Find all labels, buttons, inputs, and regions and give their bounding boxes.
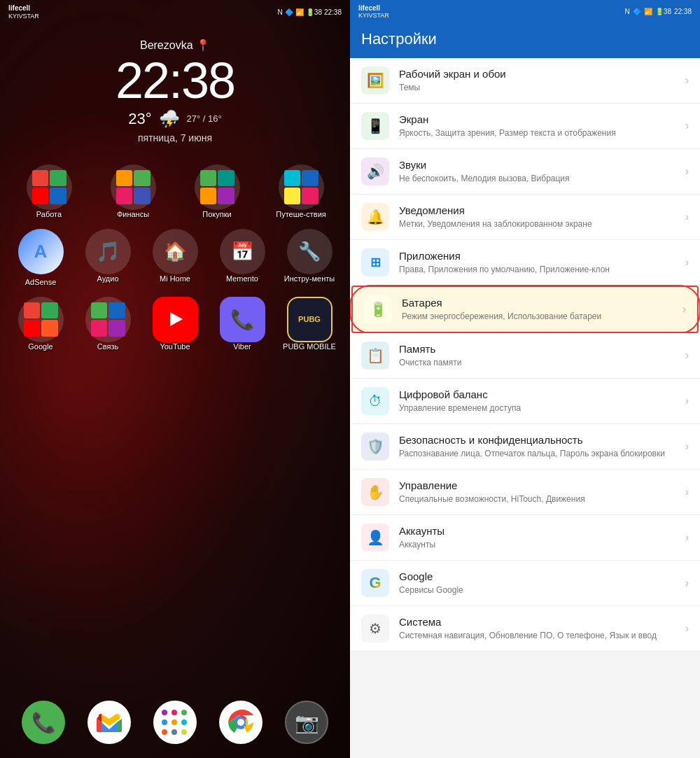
folder-finansy[interactable]: Финансы: [104, 164, 163, 218]
mini-blue-icon: [50, 188, 66, 204]
dock-chrome[interactable]: [219, 701, 262, 744]
mihome-icon: 🏠: [153, 229, 198, 274]
camera-icon: 📷: [285, 701, 328, 744]
apps-grid-icon: [153, 701, 197, 744]
location: Berezovka 📍: [0, 38, 350, 52]
google-mini4: [41, 320, 58, 337]
memory-text: Память Очистка памяти: [399, 342, 680, 368]
app-svyaz[interactable]: Связь: [78, 297, 138, 351]
settings-item-sounds[interactable]: 🔊 Звуки Не беспокоить, Мелодия вызова, В…: [350, 149, 700, 195]
google-chevron: ›: [685, 577, 689, 589]
svyaz-label: Связь: [97, 342, 118, 351]
management-title: Управление: [399, 479, 680, 493]
right-bluetooth-icon: 🔷: [633, 8, 641, 15]
svyaz-folder-icon: [85, 297, 131, 342]
folder-icon-pokupki: [195, 164, 240, 210]
dock-gmail[interactable]: [88, 701, 131, 744]
app-memento[interactable]: 📅 Memento: [213, 229, 272, 286]
screen-chevron: ›: [685, 120, 689, 132]
youtube-play-icon: [170, 312, 183, 326]
app-google[interactable]: Google: [11, 297, 71, 351]
google-subtitle: Сервисы Google: [399, 585, 680, 596]
settings-item-screen[interactable]: 📱 Экран Яркость, Защита зрения, Размер т…: [350, 104, 700, 149]
app-youtube[interactable]: YouTube: [146, 297, 205, 351]
settings-item-memory[interactable]: 📋 Память Очистка памяти ›: [350, 333, 700, 379]
settings-item-wallpaper[interactable]: 🖼️ Рабочий экран и обои Темы ›: [350, 58, 700, 104]
memento-icon: 📅: [220, 229, 265, 274]
accounts-subtitle: Аккаунты: [399, 540, 680, 551]
mini-app5: [200, 170, 217, 187]
sounds-text: Звуки Не беспокоить, Мелодия вызова, Виб…: [399, 158, 680, 184]
folder-icon-rabota: [27, 164, 72, 210]
dock-apps[interactable]: [153, 701, 197, 744]
google-text: Google Сервисы Google: [399, 570, 680, 596]
management-subtitle: Специальные возможности, HiTouch, Движен…: [399, 494, 680, 505]
app-mihome[interactable]: 🏠 Mi Home: [146, 229, 205, 286]
battery-icon: 🔋: [364, 295, 392, 323]
mini-maps-icon: [50, 170, 66, 187]
screen-title: Экран: [399, 113, 680, 127]
app-pubg[interactable]: PUBG PUBG MOBILE: [280, 297, 340, 351]
right-time: 22:38: [674, 8, 692, 15]
settings-panel: lifecell KYIVSTAR N 🔷 📶 🔋38 22:38 Настро…: [350, 0, 700, 758]
notifications-chevron: ›: [685, 211, 689, 223]
wallpaper-text: Рабочий экран и обои Темы: [399, 67, 680, 93]
system-title: Система: [399, 615, 680, 629]
system-icon: ⚙: [361, 615, 389, 643]
battery-subtitle: Режим энергосбережения, Использование ба…: [402, 311, 677, 323]
app-audio[interactable]: 🎵 Аудио: [78, 229, 138, 286]
memory-icon: 📋: [361, 342, 389, 370]
mihome-label: Mi Home: [160, 274, 190, 283]
weather-widget: Berezovka 📍 22:38 23° ⛈️ 27° / 16° пятни…: [0, 24, 350, 150]
settings-title: Настройки: [361, 30, 689, 48]
settings-list[interactable]: 🖼️ Рабочий экран и обои Темы › 📱 Экран Я…: [350, 58, 700, 758]
instruments-icon: 🔧: [287, 229, 332, 274]
digital-balance-title: Цифровой баланс: [399, 388, 680, 402]
status-icons: N 🔷 📶 🔋38 22:38: [278, 8, 342, 16]
mini-app6: [218, 170, 234, 187]
dock-phone[interactable]: 📞: [22, 701, 65, 744]
security-text: Безопасность и конфиденциальность Распоз…: [399, 433, 680, 459]
pubg-label: PUBG MOBILE: [283, 342, 336, 351]
adsense-label: AdSense: [25, 278, 57, 286]
settings-item-system[interactable]: ⚙ Система Системная навигация, Обновлени…: [350, 606, 700, 652]
apps-icon: ⊞: [361, 248, 389, 276]
apps-text: Приложения Права, Приложения по умолчани…: [399, 249, 680, 275]
settings-item-apps[interactable]: ⊞ Приложения Права, Приложения по умолча…: [350, 240, 700, 286]
folder-pokupki[interactable]: Покупки: [188, 164, 247, 218]
folder-rabota[interactable]: Работа: [20, 164, 79, 218]
settings-item-notifications[interactable]: 🔔 Уведомления Метки, Уведомления на забл…: [350, 195, 700, 240]
dock-camera[interactable]: 📷: [285, 701, 328, 744]
signal-icon: 📶: [295, 8, 304, 16]
gmail-icon: [88, 701, 131, 744]
svyaz-mini3: [91, 320, 108, 337]
app-adsense[interactable]: A AdSense: [11, 229, 71, 286]
notifications-icon: 🔔: [361, 203, 389, 231]
settings-item-security[interactable]: 🛡️ Безопасность и конфиденциальность Рас…: [350, 424, 700, 470]
sounds-chevron: ›: [685, 165, 689, 178]
right-battery-icon: 🔋38: [655, 8, 671, 15]
svyaz-mini4: [108, 320, 125, 337]
app-instruments[interactable]: 🔧 Инстру-менты: [280, 229, 340, 286]
accounts-text: Аккаунты Аккаунты: [399, 524, 680, 550]
digital-balance-subtitle: Управление временем доступа: [399, 403, 680, 414]
digital-balance-chevron: ›: [685, 395, 689, 407]
settings-item-accounts[interactable]: 👤 Аккаунты Аккаунты ›: [350, 515, 700, 561]
folder-label-pokupki: Покупки: [202, 210, 231, 218]
folder-puteshestviya[interactable]: Путеше-ствия: [272, 164, 331, 218]
bottom-dock: 📞: [0, 701, 350, 744]
settings-item-battery[interactable]: 🔋 Батарея Режим энергосбережения, Исполь…: [351, 286, 699, 333]
mini-yt-icon: [32, 188, 49, 204]
app-grid: Работа Финансы Покупки: [0, 150, 350, 351]
mini-gmail-icon: [32, 170, 49, 187]
settings-item-digital-balance[interactable]: ⏱ Цифровой баланс Управление временем до…: [350, 379, 700, 424]
folder-label-finansy: Финансы: [117, 210, 149, 218]
settings-item-management[interactable]: ✋ Управление Специальные возможности, Hi…: [350, 470, 700, 515]
app-viber[interactable]: 📞 Viber: [213, 297, 272, 351]
management-icon: ✋: [361, 478, 389, 506]
folder-label-rabota: Работа: [36, 210, 62, 218]
mini-app12: [302, 188, 318, 204]
mini-app2: [134, 170, 150, 187]
settings-item-google[interactable]: G Google Сервисы Google ›: [350, 561, 700, 606]
digital-balance-icon: ⏱: [361, 387, 389, 415]
